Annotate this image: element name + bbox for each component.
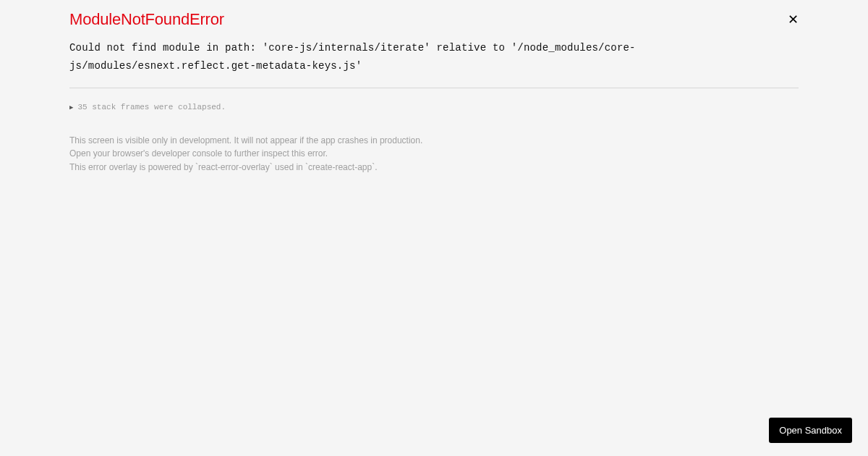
footer-notes: This screen is visible only in developme… [69, 135, 799, 174]
close-icon: ✕ [788, 12, 799, 27]
stack-frames-toggle[interactable]: ▶ 35 stack frames were collapsed. [69, 103, 226, 111]
footer-line-2: Open your browser's developer console to… [69, 148, 799, 160]
error-title: ModuleNotFoundError [69, 10, 224, 29]
stack-toggle-label: 35 stack frames were collapsed. [77, 103, 226, 111]
divider [69, 88, 799, 88]
footer-line-1: This screen is visible only in developme… [69, 135, 799, 147]
footer-line-3: This error overlay is powered by `react-… [69, 161, 799, 174]
error-message: Could not find module in path: 'core-js/… [69, 39, 799, 75]
open-sandbox-button[interactable]: Open Sandbox [769, 418, 852, 443]
close-button[interactable]: ✕ [788, 13, 799, 26]
chevron-right-icon: ▶ [69, 104, 73, 111]
